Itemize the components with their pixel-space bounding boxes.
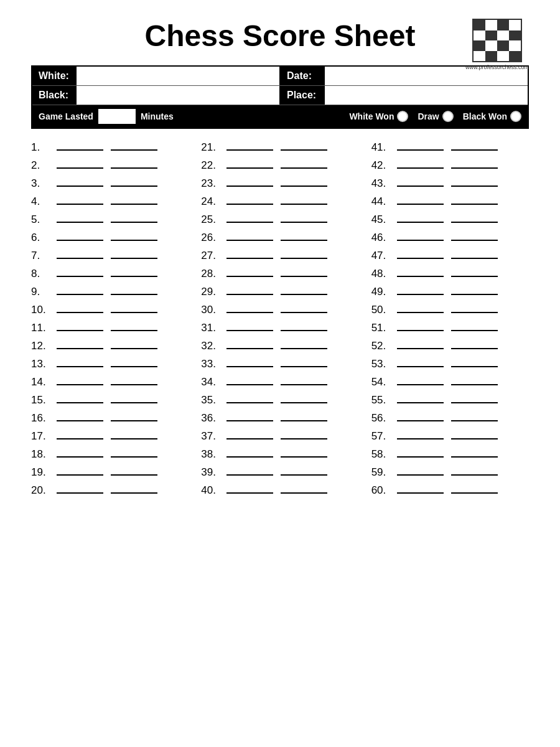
move-number: 58. — [371, 448, 393, 461]
white-won-option: White Won — [349, 111, 408, 122]
move-number: 8. — [31, 268, 53, 280]
table-row: 48. — [371, 265, 529, 283]
move-number: 29. — [201, 286, 223, 298]
table-row: 57. — [371, 427, 529, 445]
move-white-line — [226, 484, 273, 494]
move-white-line — [57, 285, 103, 295]
table-row: 35. — [201, 391, 358, 409]
black-won-radio[interactable] — [510, 111, 521, 122]
table-row: 27. — [201, 247, 358, 265]
move-white-line — [57, 195, 103, 205]
move-black-line — [451, 393, 498, 403]
draw-radio[interactable] — [442, 111, 454, 122]
moves-section: 1.2.3.4.5.6.7.8.9.10.11.12.13.14.15.16.1… — [31, 138, 529, 499]
move-number: 53. — [371, 358, 393, 370]
move-black-line — [111, 213, 157, 223]
move-black-line — [111, 357, 157, 367]
move-number: 2. — [31, 159, 53, 172]
place-input[interactable] — [324, 86, 528, 105]
move-number: 7. — [31, 250, 53, 262]
move-number: 21. — [201, 141, 223, 154]
table-row: 3. — [31, 174, 189, 192]
move-number: 30. — [201, 304, 223, 316]
move-white-line — [57, 159, 103, 169]
move-black-line — [281, 303, 327, 313]
move-black-line — [111, 393, 157, 403]
table-row: 24. — [201, 192, 358, 210]
black-input[interactable] — [76, 86, 279, 105]
moves-col-3: 41.42.43.44.45.46.47.48.49.50.51.52.53.5… — [371, 138, 529, 499]
move-number: 49. — [371, 286, 393, 298]
move-number: 1. — [31, 141, 53, 154]
move-white-line — [226, 375, 273, 385]
move-white-line — [397, 177, 444, 187]
move-black-line — [111, 231, 157, 241]
move-number: 27. — [201, 250, 223, 262]
move-number: 43. — [371, 177, 393, 190]
move-number: 10. — [31, 304, 53, 316]
move-number: 40. — [201, 484, 223, 497]
move-black-line — [451, 357, 498, 367]
move-number: 17. — [31, 430, 53, 443]
table-row: 44. — [371, 192, 529, 210]
move-white-line — [226, 231, 273, 241]
move-white-line — [226, 249, 273, 259]
move-number: 26. — [201, 232, 223, 244]
move-number: 13. — [31, 358, 53, 370]
move-white-line — [397, 466, 444, 476]
date-label: Date: — [281, 67, 324, 85]
move-number: 46. — [371, 232, 393, 244]
table-row: 38. — [201, 445, 358, 463]
move-number: 57. — [371, 430, 393, 443]
move-white-line — [226, 411, 273, 421]
white-input[interactable] — [76, 67, 279, 85]
move-black-line — [451, 231, 498, 241]
table-row: 36. — [201, 409, 358, 427]
page-title: Chess Score Sheet — [31, 19, 529, 53]
minutes-input[interactable] — [98, 109, 136, 124]
table-row: 55. — [371, 391, 529, 409]
move-number: 35. — [201, 394, 223, 406]
move-number: 16. — [31, 412, 53, 425]
place-label: Place: — [281, 86, 324, 105]
move-black-line — [111, 339, 157, 349]
white-won-label: White Won — [349, 111, 394, 121]
page-header: Chess Score Sheet www.professorchess.com — [31, 19, 529, 53]
move-black-line — [451, 466, 498, 476]
move-white-line — [57, 430, 103, 439]
move-white-line — [226, 430, 273, 439]
move-white-line — [57, 375, 103, 385]
move-black-line — [281, 321, 327, 331]
move-number: 28. — [201, 268, 223, 280]
move-number: 15. — [31, 394, 53, 406]
move-white-line — [226, 303, 273, 313]
white-date-row: White: Date: — [32, 67, 528, 86]
move-number: 34. — [201, 376, 223, 388]
table-row: 4. — [31, 192, 189, 210]
move-number: 52. — [371, 340, 393, 352]
move-white-line — [57, 141, 103, 151]
move-black-line — [451, 285, 498, 295]
white-won-radio[interactable] — [397, 111, 408, 122]
table-row: 50. — [371, 301, 529, 319]
table-row: 51. — [371, 319, 529, 337]
move-black-line — [451, 448, 498, 458]
black-won-option: Black Won — [463, 111, 521, 122]
move-white-line — [397, 141, 444, 151]
move-black-line — [281, 393, 327, 403]
logo-area: www.professorchess.com — [465, 19, 529, 70]
move-black-line — [111, 411, 157, 421]
moves-grid: 1.2.3.4.5.6.7.8.9.10.11.12.13.14.15.16.1… — [31, 138, 529, 499]
move-number: 9. — [31, 286, 53, 298]
move-number: 25. — [201, 214, 223, 226]
move-number: 4. — [31, 195, 53, 208]
table-row: 28. — [201, 265, 358, 283]
move-white-line — [57, 484, 103, 494]
move-black-line — [111, 177, 157, 187]
move-black-line — [111, 448, 157, 458]
table-row: 43. — [371, 174, 529, 192]
table-row: 47. — [371, 247, 529, 265]
move-number: 59. — [371, 466, 393, 479]
move-black-line — [451, 484, 498, 494]
result-options: White Won Draw Black Won — [349, 111, 521, 122]
